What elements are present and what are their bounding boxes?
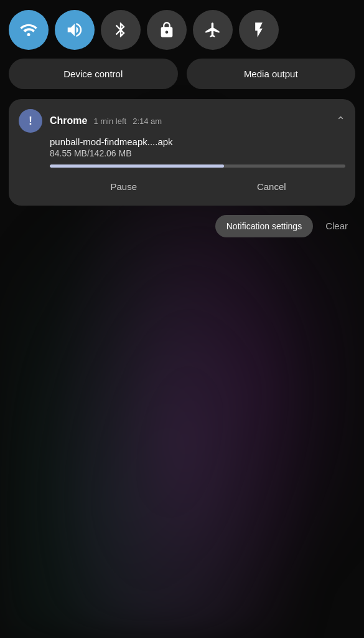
- notification-time: 2:14 am: [133, 117, 162, 126]
- notification-title-row: Chrome 1 min left 2:14 am ⌃: [50, 114, 345, 128]
- control-buttons-row: Device control Media output: [9, 59, 355, 89]
- notification-settings-button[interactable]: Notification settings: [215, 215, 313, 237]
- device-control-button[interactable]: Device control: [9, 59, 178, 89]
- clear-button[interactable]: Clear: [320, 214, 353, 237]
- app-name: Chrome: [50, 115, 87, 126]
- bottom-actions-row: Notification settings Clear: [9, 214, 355, 237]
- quick-toggles-row: [9, 7, 355, 50]
- volume-toggle[interactable]: [55, 10, 95, 50]
- progress-bar-fill: [50, 164, 224, 168]
- bluetooth-toggle[interactable]: [101, 10, 141, 50]
- chrome-app-icon: !: [19, 109, 42, 133]
- screen-lock-toggle[interactable]: [147, 10, 187, 50]
- media-output-button[interactable]: Media output: [187, 59, 356, 89]
- download-filename: punball-mod-findmeapk....apk: [50, 136, 345, 147]
- cancel-button[interactable]: Cancel: [198, 176, 346, 197]
- download-size: 84.55 MB/142.06 MB: [50, 148, 345, 158]
- notification-body: punball-mod-findmeapk....apk 84.55 MB/14…: [19, 136, 345, 197]
- airplane-toggle[interactable]: [193, 10, 233, 50]
- wifi-toggle[interactable]: [9, 10, 49, 50]
- notification-header: ! Chrome 1 min left 2:14 am ⌃: [19, 109, 345, 133]
- notification-actions: Pause Cancel: [50, 176, 345, 197]
- download-progress-bar: [50, 164, 345, 168]
- time-left: 1 min left: [93, 117, 126, 126]
- chrome-notification-card: ! Chrome 1 min left 2:14 am ⌃ punball-mo…: [9, 99, 355, 206]
- pause-button[interactable]: Pause: [50, 176, 198, 197]
- flashlight-toggle[interactable]: [239, 10, 279, 50]
- collapse-icon[interactable]: ⌃: [336, 114, 345, 128]
